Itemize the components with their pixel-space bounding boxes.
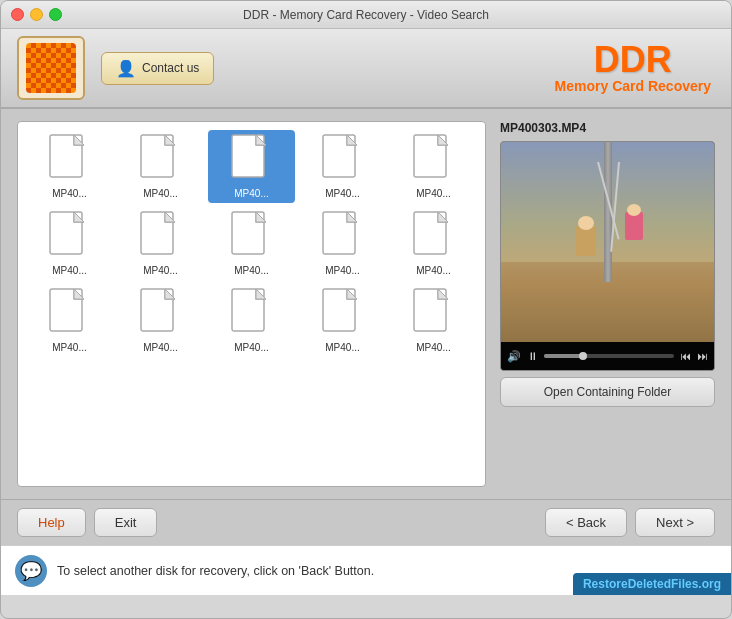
file-label: MP40... — [416, 265, 450, 276]
file-icon — [48, 288, 92, 340]
close-button[interactable] — [11, 8, 24, 21]
file-label: MP40... — [52, 188, 86, 199]
file-icon — [48, 211, 92, 263]
brand-title: DDR — [555, 42, 711, 78]
video-frame — [501, 142, 714, 342]
logo-box — [17, 36, 85, 100]
file-item[interactable]: MP40... — [299, 130, 386, 203]
watermark-text: RestoreDeletedFiles.org — [583, 577, 721, 591]
file-grid-panel[interactable]: MP40... MP40... MP40... MP40... MP40... … — [17, 121, 486, 487]
status-icon: 💬 — [15, 555, 47, 587]
status-bar: 💬 To select another disk for recovery, c… — [1, 545, 731, 595]
file-icon — [230, 134, 274, 186]
video-controls: 🔊 ⏸ ⏮ ⏭ — [501, 342, 714, 370]
file-item[interactable]: MP40... — [208, 284, 295, 357]
file-label: MP40... — [234, 188, 268, 199]
file-item[interactable]: MP40... — [208, 207, 295, 280]
logo-icon — [26, 43, 76, 93]
file-item[interactable]: MP40... — [26, 284, 113, 357]
file-icon — [412, 211, 456, 263]
file-icon — [321, 211, 365, 263]
file-icon — [48, 134, 92, 186]
window-title: DDR - Memory Card Recovery - Video Searc… — [243, 8, 489, 22]
file-icon — [321, 134, 365, 186]
progress-bar[interactable] — [544, 354, 674, 358]
file-label: MP40... — [416, 188, 450, 199]
file-item[interactable]: MP40... — [117, 284, 204, 357]
file-item[interactable]: MP40... — [299, 284, 386, 357]
file-item[interactable]: MP40... — [390, 207, 477, 280]
bottom-bar: Help Exit < Back Next > — [1, 499, 731, 545]
file-item[interactable]: MP40... — [208, 130, 295, 203]
swing-scene — [501, 142, 714, 342]
file-label: MP40... — [52, 342, 86, 353]
file-icon — [139, 134, 183, 186]
file-label: MP40... — [143, 342, 177, 353]
contact-icon: 👤 — [116, 59, 136, 78]
file-item[interactable]: MP40... — [390, 130, 477, 203]
watermark: RestoreDeletedFiles.org — [573, 573, 731, 595]
file-item[interactable]: MP40... — [299, 207, 386, 280]
preview-filename: MP400303.MP4 — [500, 121, 715, 135]
file-label: MP40... — [143, 265, 177, 276]
file-label: MP40... — [325, 342, 359, 353]
file-icon — [230, 211, 274, 263]
file-item[interactable]: MP40... — [390, 284, 477, 357]
file-icon — [139, 288, 183, 340]
file-label: MP40... — [52, 265, 86, 276]
file-label: MP40... — [325, 188, 359, 199]
next-button[interactable]: Next > — [635, 508, 715, 537]
file-icon — [139, 211, 183, 263]
header: 👤 Contact us DDR Memory Card Recovery — [1, 29, 731, 109]
play-pause-button[interactable]: ⏸ — [527, 350, 538, 362]
file-label: MP40... — [234, 342, 268, 353]
volume-icon[interactable]: 🔊 — [507, 350, 521, 363]
file-item[interactable]: MP40... — [26, 207, 113, 280]
file-item[interactable]: MP40... — [117, 207, 204, 280]
status-message: To select another disk for recovery, cli… — [57, 564, 374, 578]
file-item[interactable]: MP40... — [26, 130, 113, 203]
back-button[interactable]: < Back — [545, 508, 627, 537]
progress-fill — [544, 354, 583, 358]
help-button[interactable]: Help — [17, 508, 86, 537]
video-preview: 🔊 ⏸ ⏮ ⏭ — [500, 141, 715, 371]
file-label: MP40... — [416, 342, 450, 353]
exit-button[interactable]: Exit — [94, 508, 158, 537]
brand: DDR Memory Card Recovery — [555, 42, 711, 94]
file-grid: MP40... MP40... MP40... MP40... MP40... … — [26, 130, 477, 357]
file-item[interactable]: MP40... — [117, 130, 204, 203]
file-label: MP40... — [325, 265, 359, 276]
file-icon — [321, 288, 365, 340]
file-label: MP40... — [143, 188, 177, 199]
file-label: MP40... — [234, 265, 268, 276]
minimize-button[interactable] — [30, 8, 43, 21]
contact-label: Contact us — [142, 61, 199, 75]
brand-subtitle: Memory Card Recovery — [555, 78, 711, 94]
progress-thumb — [579, 352, 587, 360]
open-folder-button[interactable]: Open Containing Folder — [500, 377, 715, 407]
rewind-icon[interactable]: ⏮ — [680, 350, 691, 362]
file-icon — [412, 288, 456, 340]
maximize-button[interactable] — [49, 8, 62, 21]
file-icon — [230, 288, 274, 340]
window-controls — [11, 8, 62, 21]
contact-button[interactable]: 👤 Contact us — [101, 52, 214, 85]
fast-forward-icon[interactable]: ⏭ — [697, 350, 708, 362]
preview-panel: MP400303.MP4 🔊 ⏸ — [500, 121, 715, 487]
main-content: MP40... MP40... MP40... MP40... MP40... … — [1, 109, 731, 499]
title-bar: DDR - Memory Card Recovery - Video Searc… — [1, 1, 731, 29]
file-icon — [412, 134, 456, 186]
